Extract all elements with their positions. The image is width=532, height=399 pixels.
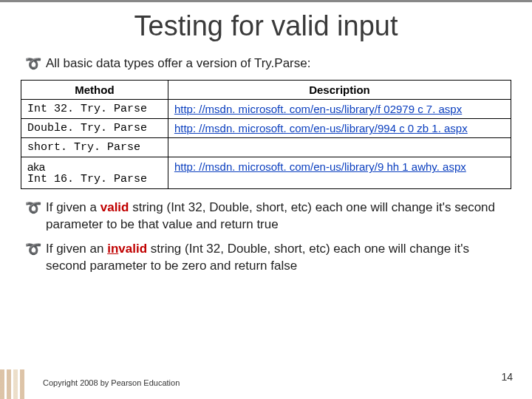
desc-cell [168, 138, 511, 157]
bullet-icon: ➰ [25, 241, 41, 258]
table-row: Int 32. Try. Parse http: //msdn. microso… [21, 100, 511, 119]
t: If given a [46, 200, 100, 214]
t: If given an [46, 242, 107, 256]
method-cell: aka Int 16. Try. Parse [21, 157, 168, 189]
method-mono: Int 16. Try. Parse [27, 173, 162, 185]
method-cell: short. Try. Parse [21, 138, 168, 157]
slide: Testing for valid input ➰ All basic data… [0, 0, 532, 399]
table-header-row: Method Description [21, 81, 511, 100]
decorative-bars [0, 369, 27, 399]
col-description: Description [168, 81, 511, 100]
bullet-invalid: ➰ If given an invalid string (Int 32, Do… [21, 241, 511, 275]
copyright: Copyright 2008 by Pearson Education [43, 378, 180, 387]
table-row: Double. Try. Parse http: //msdn. microso… [21, 119, 511, 138]
table-row: aka Int 16. Try. Parse http: //msdn. mic… [21, 157, 511, 189]
bullet-text: If given a valid string (Int 32, Double,… [46, 200, 511, 233]
table-row: short. Try. Parse [21, 138, 511, 157]
desc-cell: http: //msdn. microsoft. com/en-us/libra… [168, 157, 511, 189]
bullet-valid: ➰ If given a valid string (Int 32, Doubl… [21, 200, 511, 233]
aka-label: aka [27, 160, 162, 173]
bullet-text: If given an invalid string (Int 32, Doub… [46, 241, 511, 275]
method-cell: Double. Try. Parse [21, 119, 168, 138]
intro-text: All basic data types offer a version of … [46, 55, 310, 72]
page-title: Testing for valid input [21, 10, 511, 42]
methods-table: Method Description Int 32. Try. Parse ht… [21, 80, 511, 189]
desc-cell: http: //msdn. microsoft. com/en-us/libra… [168, 119, 511, 138]
desc-cell: http: //msdn. microsoft. com/en-us/libra… [168, 100, 511, 119]
col-method: Method [21, 81, 168, 100]
bullet-icon: ➰ [25, 200, 41, 216]
invalid-suffix: valid [118, 242, 147, 256]
valid-word: valid [100, 200, 129, 214]
bullet-icon: ➰ [25, 55, 41, 72]
method-cell: Int 32. Try. Parse [21, 100, 168, 119]
intro-bullet: ➰ All basic data types offer a version o… [21, 55, 511, 72]
slide-number: 14 [501, 371, 513, 383]
invalid-prefix: in [107, 242, 118, 256]
msdn-link[interactable]: http: //msdn. microsoft. com/en-us/libra… [174, 160, 466, 173]
msdn-link[interactable]: http: //msdn. microsoft. com/en-us/libra… [174, 122, 468, 134]
msdn-link[interactable]: http: //msdn. microsoft. com/en-us/libra… [174, 103, 462, 115]
